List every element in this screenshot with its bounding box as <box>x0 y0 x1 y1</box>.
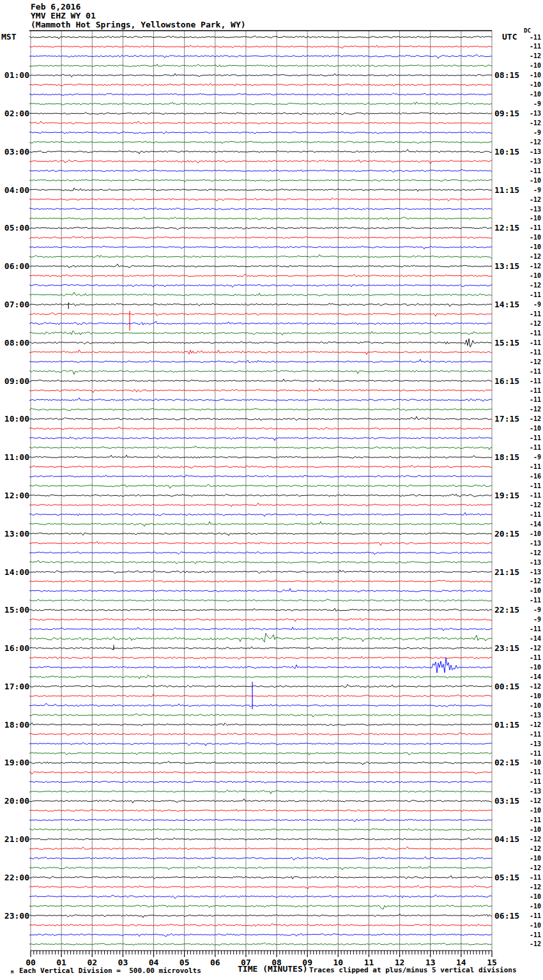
seismogram-trace-row-52 <box>29 533 492 536</box>
seismogram-trace-row-75 <box>29 752 492 754</box>
seismogram-trace-row-8 <box>29 112 492 115</box>
dc-offset-value: -12 <box>530 282 541 289</box>
mst-hour-label: 07:00 <box>4 300 29 309</box>
seismogram-trace-row-71 <box>29 714 492 717</box>
utc-hour-label: 08:15 <box>494 70 519 80</box>
seismogram-trace-row-58 <box>29 588 492 592</box>
dc-offset-value: -14 <box>530 673 541 680</box>
dc-offset-value: -10 <box>530 922 541 929</box>
seismogram-trace-row-93 <box>29 923 492 926</box>
seismogram-trace-row-45 <box>29 465 492 468</box>
dc-offset-value: -9 <box>533 301 541 308</box>
seismogram-trace-row-2 <box>29 55 492 59</box>
dc-offset-value: -11 <box>530 482 541 489</box>
dc-offset-value: -13 <box>530 540 541 547</box>
mst-hour-label: 16:00 <box>4 643 29 653</box>
seismogram-trace-row-28 <box>29 303 492 307</box>
seismogram-trace-row-57 <box>29 579 492 582</box>
dc-offset-value: -12 <box>530 797 541 804</box>
seismogram-trace-row-0 <box>29 36 492 39</box>
dc-offset-value: -13 <box>530 206 541 213</box>
x-axis-tick-label: 14 <box>456 958 466 967</box>
utc-hour-label: 15:15 <box>494 338 519 348</box>
dc-offset-value: -11 <box>530 34 541 41</box>
seismogram-trace-row-68 <box>29 684 492 687</box>
seismogram-trace-row-43 <box>29 446 492 450</box>
dc-offset-value: -10 <box>530 807 541 814</box>
dc-offset-value: -10 <box>530 62 541 69</box>
dc-offset-value: -11 <box>530 816 541 823</box>
seismogram-trace-row-14 <box>29 170 492 172</box>
dc-offset-value: -12 <box>530 645 541 652</box>
mst-hour-label: 09:00 <box>4 376 29 386</box>
seismogram-trace-row-9 <box>29 121 492 125</box>
x-axis-tick-label: 00 <box>26 958 36 967</box>
dc-offset-value: -10 <box>530 72 541 79</box>
dc-offset-value: -11 <box>530 224 541 231</box>
dc-offset-value: -12 <box>530 263 541 270</box>
seismogram-trace-row-62 <box>29 627 492 631</box>
x-axis-tick-label: 01 <box>56 958 66 967</box>
seismogram-trace-row-86 <box>29 857 492 860</box>
mst-hour-label: 21:00 <box>4 834 29 844</box>
seismogram-trace-row-50 <box>29 512 492 516</box>
utc-hour-label: 10:15 <box>494 147 519 157</box>
seismogram-trace-row-40 <box>29 417 492 420</box>
dc-offset-value: -13 <box>530 740 541 747</box>
dc-offset-value: -11 <box>530 597 541 604</box>
seismogram-trace-row-79 <box>29 790 492 793</box>
dc-offset-value: -13 <box>530 110 541 117</box>
seismogram-trace-row-18 <box>29 208 492 210</box>
dc-offset-value: -12 <box>530 139 541 146</box>
seismogram-trace-row-17 <box>29 198 492 201</box>
mst-hour-label: 13:00 <box>4 529 29 539</box>
seismogram-trace-row-82 <box>29 818 492 821</box>
seismogram-trace-row-4 <box>29 73 492 77</box>
seismogram-trace-row-92 <box>29 914 492 918</box>
dc-offset-value: -10 <box>530 243 541 250</box>
x-axis-tick-label: 09 <box>302 958 312 967</box>
dc-offset-value: -14 <box>530 521 541 528</box>
seismogram-trace-row-76 <box>29 761 492 765</box>
mst-hour-label: 08:00 <box>4 338 29 348</box>
seismogram-trace-row-48 <box>29 494 492 497</box>
dc-offset-value: -11 <box>530 654 541 661</box>
dc-offset-value: -13 <box>530 148 541 155</box>
seismogram-trace-row-64 <box>29 647 492 650</box>
dc-offset-value: -11 <box>530 444 541 451</box>
dc-offset-value: -10 <box>530 272 541 279</box>
x-axis-tick-label: 02 <box>87 958 97 967</box>
utc-hour-label: 01:15 <box>494 720 519 730</box>
seismogram-trace-row-84 <box>29 838 492 840</box>
dc-offset-value: -11 <box>530 339 541 346</box>
dc-offset-value: -11 <box>530 167 541 174</box>
seismogram-trace-row-95 <box>29 942 492 945</box>
seismogram-trace-row-26 <box>29 284 492 287</box>
dc-offset-value: -11 <box>530 396 541 403</box>
seismogram-trace-row-72 <box>29 723 492 726</box>
utc-hour-label: 03:15 <box>494 796 519 806</box>
seismogram-trace-row-39 <box>29 408 492 411</box>
utc-hour-label: 05:15 <box>494 873 519 882</box>
seismogram-trace-row-3 <box>29 65 492 67</box>
seismogram-trace-row-19 <box>29 217 492 220</box>
dc-offset-value: -14 <box>530 635 541 642</box>
utc-hour-label: 17:15 <box>494 414 519 424</box>
mst-hour-label: 18:00 <box>4 720 29 730</box>
seismogram-trace-row-16 <box>29 188 492 192</box>
dc-offset-value: -11 <box>530 43 541 50</box>
seismogram-trace-row-31 <box>29 331 492 335</box>
dc-offset-value: -12 <box>530 320 541 327</box>
dc-offset-value: -10 <box>530 903 541 910</box>
seismogram-trace-row-65 <box>29 657 492 659</box>
dc-offset-value: -12 <box>530 940 541 947</box>
dc-offset-value: -11 <box>530 492 541 499</box>
seismogram-trace-row-69 <box>29 694 492 698</box>
mst-hour-label: 20:00 <box>4 796 29 806</box>
dc-offset-value: -11 <box>530 778 541 785</box>
utc-hour-label: 16:15 <box>494 376 519 386</box>
x-axis-tick-label: 05 <box>180 958 190 967</box>
seismogram-trace-row-73 <box>29 732 492 735</box>
seismogram-trace-row-36 <box>29 379 492 382</box>
seismogram-trace-row-7 <box>29 102 492 105</box>
